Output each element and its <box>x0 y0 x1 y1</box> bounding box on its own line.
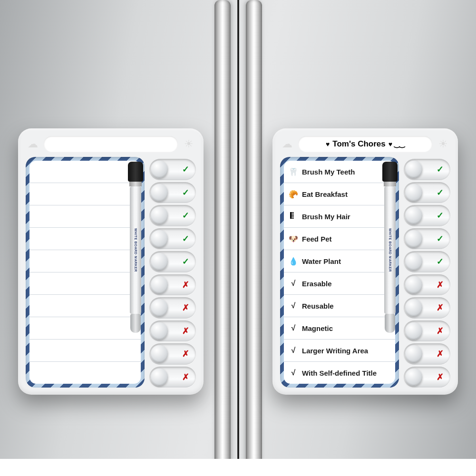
title-input-blank[interactable] <box>44 136 178 152</box>
cloud-icon: ☁ <box>280 138 294 150</box>
status-slider[interactable]: ✗ <box>149 367 196 388</box>
fridge-handle-right <box>246 0 262 476</box>
status-slider[interactable]: ✓ <box>404 228 450 250</box>
row-icon: √ <box>289 324 298 332</box>
cross-icon: ✗ <box>182 349 189 359</box>
row-icon: 💧 <box>289 257 298 266</box>
list-item[interactable]: √With Self-defined Title <box>284 362 395 384</box>
status-slider[interactable]: ✗ <box>149 343 196 365</box>
title-text: Tom's Chores <box>332 139 385 149</box>
list-item[interactable] <box>29 317 141 340</box>
status-slider[interactable]: ✓ <box>149 251 196 272</box>
slider-knob <box>405 369 422 386</box>
bottom-border <box>0 459 476 476</box>
cross-icon: ✗ <box>182 280 189 290</box>
check-icon: ✓ <box>182 187 189 198</box>
row-icon <box>289 211 298 222</box>
list-item[interactable]: Brush My Hair <box>284 205 395 228</box>
slider-knob <box>151 184 168 201</box>
cross-icon: ✗ <box>182 326 189 336</box>
list-item[interactable] <box>29 161 141 183</box>
cross-icon: ✗ <box>182 302 189 313</box>
status-slider[interactable]: ✓ <box>404 182 450 204</box>
whiteboard-marker[interactable]: WHITE BOARD MARKER <box>383 162 397 333</box>
list-item[interactable] <box>29 295 141 317</box>
slider-knob <box>151 161 168 178</box>
svg-rect-0 <box>290 212 291 219</box>
list-item[interactable]: √Larger Writing Area <box>284 340 395 362</box>
status-slider[interactable]: ✗ <box>149 297 196 319</box>
list-item[interactable]: √Erasable <box>284 272 395 295</box>
status-slider[interactable]: ✗ <box>149 321 196 342</box>
status-slider[interactable]: ✗ <box>404 274 450 296</box>
task-list-frame: 🦷Brush My Teeth🥐Eat BreakfastBrush My Ha… <box>280 157 399 388</box>
list-item[interactable]: √Magnetic <box>284 317 395 340</box>
cross-icon: ✗ <box>437 280 444 290</box>
status-slider[interactable]: ✓ <box>149 182 196 204</box>
row-text: Larger Writing Area <box>302 347 368 355</box>
heart-smile-icon: ♥ ‿‿ <box>389 140 405 148</box>
check-icon: ✓ <box>437 187 444 198</box>
slider-knob <box>405 207 422 224</box>
slider-knob <box>151 207 168 224</box>
slider-knob <box>151 345 168 362</box>
status-slider[interactable]: ✓ <box>149 159 196 180</box>
slider-column: ✓✓✓✓✓✗✗✗✗✗ <box>404 157 450 388</box>
cloud-icon: ☁ <box>26 138 40 150</box>
list-item[interactable] <box>29 228 141 250</box>
row-icon: √ <box>289 346 298 355</box>
list-item[interactable]: 🥐Eat Breakfast <box>284 183 395 205</box>
status-slider[interactable]: ✗ <box>404 297 450 319</box>
status-slider[interactable]: ✓ <box>404 251 450 272</box>
row-text: Water Plant <box>302 257 341 265</box>
status-slider[interactable]: ✓ <box>404 159 450 180</box>
slider-column: ✓✓✓✓✓✗✗✗✗✗ <box>149 157 196 388</box>
row-text: Brush My Teeth <box>302 168 355 176</box>
row-text: With Self-defined Title <box>302 369 377 377</box>
status-slider[interactable]: ✗ <box>404 343 450 365</box>
list-item[interactable]: √Reusable <box>284 295 395 317</box>
slider-knob <box>405 230 422 247</box>
row-text: Reusable <box>302 302 334 310</box>
row-text: Brush My Hair <box>302 213 350 221</box>
status-slider[interactable]: ✗ <box>404 367 450 388</box>
list-item[interactable]: 🦷Brush My Teeth <box>284 161 395 183</box>
list-item[interactable] <box>29 362 141 384</box>
slider-knob <box>151 299 168 316</box>
status-slider[interactable]: ✗ <box>149 274 196 296</box>
task-list <box>29 161 141 384</box>
status-slider[interactable]: ✓ <box>404 205 450 226</box>
slider-knob <box>151 276 168 293</box>
slider-knob <box>405 253 422 270</box>
cross-icon: ✗ <box>182 372 189 382</box>
list-item[interactable] <box>29 250 141 272</box>
list-item[interactable] <box>29 340 141 362</box>
list-item[interactable] <box>29 205 141 228</box>
check-icon: ✓ <box>437 256 444 267</box>
slider-knob <box>151 230 168 247</box>
title-input-filled[interactable]: ♥ Tom's Chores ♥ ‿‿ <box>298 136 432 152</box>
slider-knob <box>405 322 422 340</box>
list-item[interactable]: 🐶Feed Pet <box>284 228 395 250</box>
list-item[interactable] <box>29 183 141 205</box>
slider-knob <box>405 184 422 201</box>
chore-board-blank: ☁ ☀ ✓✓✓✓✓✗✗✗✗✗ WHITE BOARD MARKER <box>18 128 204 395</box>
check-icon: ✓ <box>182 233 189 244</box>
list-item[interactable] <box>29 272 141 295</box>
list-item[interactable]: 💧Water Plant <box>284 250 395 272</box>
status-slider[interactable]: ✓ <box>149 228 196 250</box>
row-icon: √ <box>289 279 298 288</box>
status-slider[interactable]: ✗ <box>404 321 450 342</box>
row-text: Feed Pet <box>302 235 332 243</box>
sun-icon: ☀ <box>436 138 450 150</box>
heart-icon: ♥ <box>326 140 330 148</box>
status-slider[interactable]: ✓ <box>149 205 196 226</box>
row-icon: 🐶 <box>289 234 298 243</box>
fridge-divider <box>237 0 239 476</box>
row-icon: 🦷 <box>289 167 298 176</box>
whiteboard-marker[interactable]: WHITE BOARD MARKER <box>128 162 143 333</box>
sun-icon: ☀ <box>182 138 196 150</box>
check-icon: ✓ <box>437 210 444 221</box>
task-list: 🦷Brush My Teeth🥐Eat BreakfastBrush My Ha… <box>284 161 395 384</box>
cross-icon: ✗ <box>437 326 444 336</box>
